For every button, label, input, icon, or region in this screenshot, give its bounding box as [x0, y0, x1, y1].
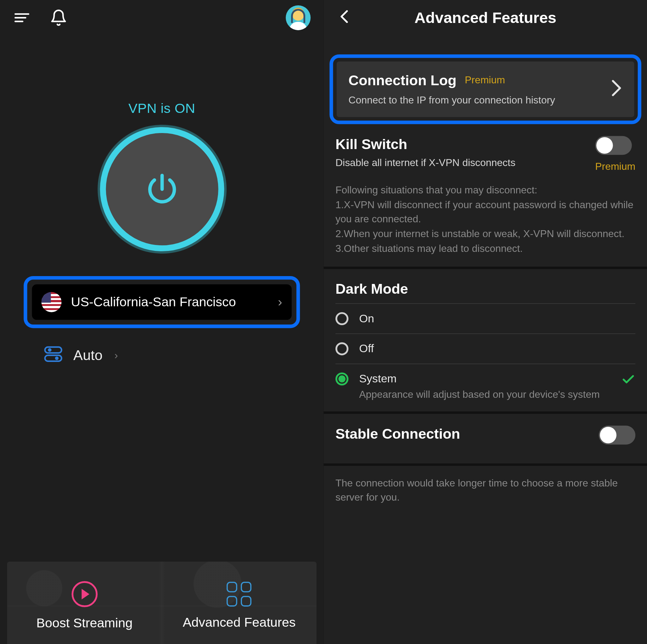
bottom-tiles: Boost Streaming Advanced Features — [7, 562, 316, 644]
radio-label: Off — [359, 342, 374, 355]
location-selector[interactable]: US-California-San Francisco › — [32, 284, 292, 320]
boost-streaming-label: Boost Streaming — [36, 616, 133, 631]
dark-mode-on[interactable]: On — [336, 304, 635, 334]
dark-mode-off[interactable]: Off — [336, 334, 635, 364]
kill-switch-title: Kill Switch — [336, 136, 595, 153]
menu-icon[interactable] — [13, 9, 30, 26]
support-avatar-icon[interactable] — [286, 5, 310, 30]
svg-rect-5 — [45, 355, 62, 361]
check-icon — [621, 373, 635, 389]
advanced-features-label: Advanced Features — [183, 615, 296, 630]
connection-log-highlight: Connection Log Premium Connect to the IP… — [330, 55, 641, 124]
play-icon — [71, 581, 97, 607]
stable-connection-toggle[interactable] — [599, 426, 636, 445]
notifications-icon[interactable] — [50, 9, 67, 26]
location-highlight: US-California-San Francisco › — [23, 276, 300, 328]
top-bar — [0, 0, 324, 35]
stable-connection-section: Stable Connection The connection would t… — [324, 414, 647, 505]
header: Advanced Features — [324, 0, 647, 35]
power-button[interactable] — [100, 127, 224, 251]
note-line: Following situations that you may discon… — [336, 183, 635, 198]
boost-streaming-tile[interactable]: Boost Streaming — [7, 562, 162, 644]
chevron-right-icon: › — [278, 294, 282, 310]
power-icon — [143, 171, 180, 208]
dark-mode-title: Dark Mode — [336, 281, 635, 298]
back-button[interactable] — [337, 8, 353, 27]
chevron-right-icon: › — [115, 349, 118, 361]
radio-icon — [336, 312, 348, 325]
premium-badge: Premium — [465, 75, 505, 86]
chevron-left-icon — [337, 8, 353, 25]
protocol-label: Auto — [73, 347, 102, 364]
protocol-selector[interactable]: Auto › — [43, 343, 324, 367]
stable-connection-desc: The connection would take longer time to… — [324, 464, 647, 505]
note-line: 3.Other situations may lead to disconnec… — [336, 242, 635, 256]
grid-icon — [227, 582, 252, 607]
connection-log-subtitle: Connect to the IP from your connection h… — [348, 95, 603, 106]
kill-switch-subtitle: Disable all internet if X-VPN disconnect… — [336, 157, 595, 169]
radio-icon — [336, 342, 348, 355]
kill-switch-notes: Following situations that you may discon… — [336, 183, 635, 256]
us-flag-icon — [42, 292, 62, 312]
svg-point-6 — [55, 356, 59, 360]
connection-log-row[interactable]: Connection Log Premium Connect to the IP… — [337, 62, 634, 117]
kill-switch-section: Kill Switch Disable all internet if X-VP… — [324, 124, 647, 269]
dark-mode-system[interactable]: System Appearance will adjust based on y… — [336, 364, 635, 401]
vpn-status: VPN is ON — [0, 101, 324, 117]
radio-subtitle: Appearance will adjust based on your dev… — [359, 389, 610, 401]
radio-label: On — [359, 312, 374, 325]
stable-connection-title: Stable Connection — [336, 426, 599, 442]
advanced-features-screen: Advanced Features Connection Log Premium… — [324, 0, 647, 644]
vpn-home-screen: VPN is ON US-California-San Francisco › … — [0, 0, 324, 644]
protocol-icon — [43, 343, 64, 367]
chevron-right-icon — [610, 79, 623, 99]
note-line: 2.When your internet is unstable or weak… — [336, 227, 635, 242]
advanced-features-tile[interactable]: Advanced Features — [162, 562, 316, 644]
radio-icon — [336, 373, 348, 386]
kill-switch-toggle[interactable] — [595, 136, 632, 155]
page-title: Advanced Features — [415, 8, 556, 27]
location-label: US-California-San Francisco — [71, 294, 269, 310]
premium-badge: Premium — [595, 161, 635, 173]
svg-rect-3 — [45, 347, 62, 353]
note-line: 1.X-VPN will disconnect if your account … — [336, 198, 635, 227]
radio-label: System — [359, 373, 610, 386]
dark-mode-section: Dark Mode On Off System Appearance will … — [324, 269, 647, 414]
connection-log-title: Connection Log — [348, 72, 456, 89]
svg-point-4 — [48, 348, 51, 351]
